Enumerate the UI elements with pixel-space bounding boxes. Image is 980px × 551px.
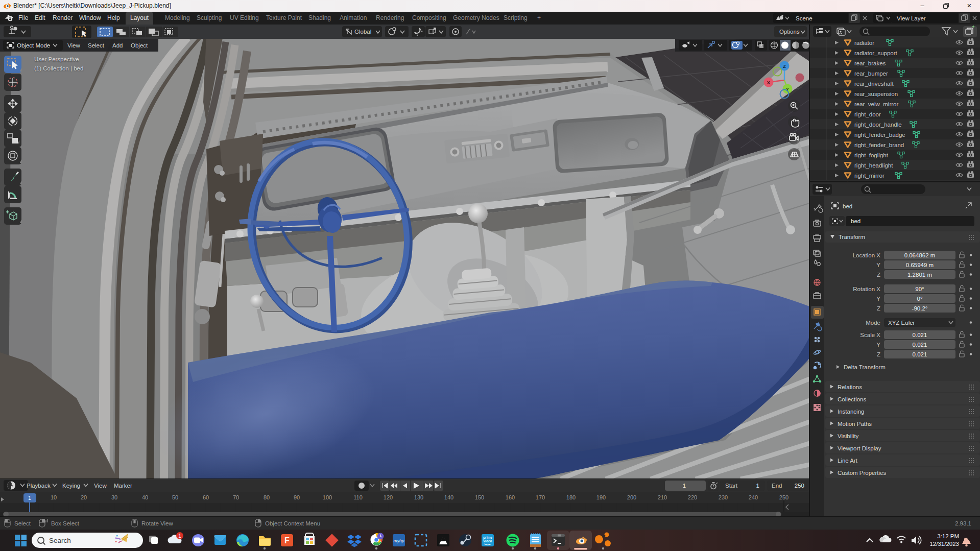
svg-text:right_door_handle: right_door_handle: [854, 122, 902, 128]
svg-text:160: 160: [506, 494, 515, 500]
svg-text:230: 230: [719, 494, 728, 500]
svg-text:Viewport Display: Viewport Display: [838, 445, 881, 451]
svg-text:Object Context Menu: Object Context Menu: [265, 520, 320, 526]
svg-text:bed: bed: [851, 218, 861, 224]
svg-text:0.021: 0.021: [913, 332, 927, 338]
svg-text:170: 170: [536, 494, 545, 500]
svg-text:rear_brakes: rear_brakes: [854, 60, 886, 66]
svg-text:Visibility: Visibility: [838, 433, 859, 439]
svg-text:Y: Y: [876, 262, 880, 268]
svg-text:Search: Search: [49, 537, 71, 544]
svg-text:50: 50: [172, 494, 178, 500]
svg-text:Rotation X: Rotation X: [853, 286, 880, 292]
svg-text:200: 200: [627, 494, 636, 500]
svg-text:0.65949 m: 0.65949 m: [906, 262, 934, 268]
svg-text:110: 110: [353, 494, 363, 500]
svg-text:Relations: Relations: [838, 384, 862, 390]
svg-text:right_headlight: right_headlight: [854, 162, 893, 169]
svg-text:Transform: Transform: [839, 234, 865, 240]
svg-text:60: 60: [203, 494, 209, 500]
svg-text:100: 100: [323, 494, 332, 500]
svg-text:View Layer: View Layer: [897, 15, 926, 21]
svg-text:Playback: Playback: [27, 483, 51, 489]
svg-text:1: 1: [28, 495, 31, 501]
svg-text:3:12 PM: 3:12 PM: [937, 533, 959, 539]
svg-text:-90.2°: -90.2°: [912, 305, 928, 312]
svg-text:190: 190: [596, 494, 606, 500]
svg-text:220: 220: [688, 494, 697, 500]
svg-text:0.021: 0.021: [913, 342, 927, 348]
svg-text:250: 250: [795, 483, 804, 489]
svg-text:End: End: [772, 483, 782, 489]
svg-text:90°: 90°: [915, 286, 924, 292]
svg-text:0°: 0°: [917, 296, 923, 302]
svg-text:Custom Properties: Custom Properties: [838, 470, 886, 476]
svg-text:250: 250: [779, 494, 788, 500]
svg-text:bed: bed: [843, 203, 852, 209]
svg-text:rear_driveshaft: rear_driveshaft: [854, 81, 894, 87]
svg-text:0.064862 m: 0.064862 m: [904, 252, 936, 258]
svg-text:Object Mode: Object Mode: [17, 42, 50, 49]
svg-text:Scale X: Scale X: [860, 332, 880, 338]
svg-text:Z: Z: [783, 63, 786, 69]
svg-text:Object: Object: [131, 42, 148, 49]
svg-text:240: 240: [749, 494, 758, 500]
svg-text:Start: Start: [725, 483, 738, 489]
svg-text:right_fender_badge: right_fender_badge: [854, 132, 905, 138]
svg-text:150: 150: [475, 494, 484, 500]
svg-text:right_door: right_door: [854, 111, 881, 117]
svg-text:Scene: Scene: [796, 15, 812, 21]
svg-text:Rotate View: Rotate View: [141, 520, 173, 526]
svg-text:Keying: Keying: [62, 483, 80, 489]
svg-text:10: 10: [51, 494, 57, 500]
svg-text:80: 80: [264, 494, 270, 500]
svg-text:Line Art: Line Art: [838, 458, 858, 464]
svg-text:right_fender_brand: right_fender_brand: [854, 142, 904, 148]
svg-text:right_foglight: right_foglight: [854, 152, 889, 158]
svg-text:Y: Y: [876, 342, 880, 348]
svg-text:right_mirror: right_mirror: [854, 173, 885, 179]
svg-text:20: 20: [81, 494, 87, 500]
svg-text:140: 140: [444, 494, 453, 500]
svg-text:Box Select: Box Select: [51, 520, 80, 526]
svg-text:130: 130: [414, 494, 423, 500]
svg-text:F: F: [284, 536, 290, 545]
svg-text:1: 1: [178, 533, 181, 539]
svg-text:30: 30: [111, 494, 117, 500]
svg-text:Mode: Mode: [866, 320, 880, 326]
svg-text:video: video: [484, 539, 492, 543]
svg-text:XYZ Euler: XYZ Euler: [888, 320, 915, 326]
svg-text:rear_veiw_mirror: rear_veiw_mirror: [854, 101, 898, 107]
svg-text:90: 90: [294, 494, 300, 500]
svg-text:Select: Select: [88, 42, 105, 49]
svg-text:rear_bumper: rear_bumper: [854, 70, 888, 77]
svg-text:Location X: Location X: [853, 252, 881, 258]
svg-text:12/31/2023: 12/31/2023: [929, 541, 959, 547]
svg-text:1: 1: [683, 483, 686, 489]
svg-text:Y: Y: [876, 296, 880, 302]
svg-text:View: View: [67, 42, 80, 49]
svg-text:Options: Options: [779, 29, 800, 35]
svg-text:Instancing: Instancing: [838, 409, 864, 415]
svg-text:radiator: radiator: [854, 40, 874, 46]
svg-text:Motion Paths: Motion Paths: [838, 421, 872, 427]
svg-text:120: 120: [384, 494, 393, 500]
svg-text:Marker: Marker: [114, 483, 132, 489]
svg-text:180: 180: [566, 494, 576, 500]
svg-text:View: View: [94, 483, 107, 489]
svg-text:myhp: myhp: [394, 538, 404, 543]
svg-text:Select: Select: [14, 520, 31, 526]
svg-text:Collections: Collections: [838, 396, 866, 402]
svg-text:1.2801 m: 1.2801 m: [907, 272, 932, 278]
svg-text:210: 210: [658, 494, 667, 500]
svg-text:Global: Global: [354, 29, 371, 35]
svg-text:70: 70: [233, 494, 239, 500]
svg-text:radiator_support: radiator_support: [854, 50, 898, 56]
svg-text:X: X: [767, 80, 771, 85]
svg-text:Z: Z: [877, 305, 880, 312]
svg-text:Z: Z: [877, 351, 880, 357]
svg-text:2.93.1: 2.93.1: [955, 520, 971, 526]
svg-text:Add: Add: [112, 42, 123, 49]
svg-text:rear_suspension: rear_suspension: [854, 91, 898, 97]
svg-text:0.021: 0.021: [913, 351, 927, 357]
